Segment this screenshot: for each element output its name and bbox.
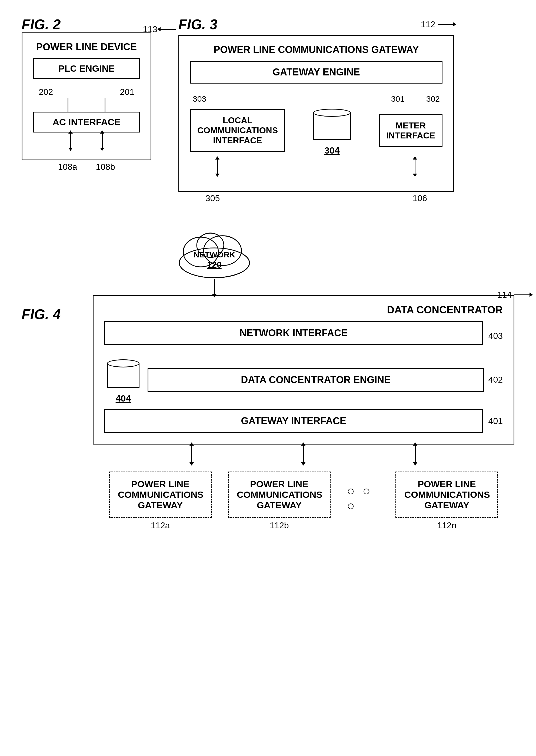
fig3-cylinder xyxy=(310,105,353,143)
fig4-arrow-gw2 xyxy=(303,444,304,464)
fig4-db-label: 404 xyxy=(116,393,131,404)
fig4-middle-row: 404 DATA CONCENTRATOR ENGINE 402 xyxy=(104,356,503,404)
fig3-db: 304 xyxy=(310,105,353,156)
fig4-gw3-box: POWER LINE COMMUNICATIONS GATEWAY xyxy=(395,471,498,518)
fig3-label: FIG. 3 xyxy=(179,16,217,32)
fig3-gateway-engine: GATEWAY ENGINE xyxy=(190,61,443,84)
fig3-arrow-305 xyxy=(217,158,218,175)
fig4-label: FIG. 4 xyxy=(22,306,60,322)
fig4-ref-401: 401 xyxy=(488,416,503,426)
fig3-ref-303: 303 xyxy=(193,94,206,104)
fig4-main-box: DATA CONCENTRATOR NETWORK INTERFACE 403 xyxy=(93,295,514,444)
fig3-ref-106: 106 xyxy=(413,193,427,203)
fig3-meter-line1: METER xyxy=(386,120,435,131)
fig2-title: POWER LINE DEVICE xyxy=(33,41,140,53)
fig4-gw1-line1: POWER LINE xyxy=(118,479,203,489)
fig4-arrow-gw1 xyxy=(191,444,192,464)
network-cloud: NETWORK 120 xyxy=(174,225,255,279)
fig4-gw1-box: POWER LINE COMMUNICATIONS GATEWAY xyxy=(109,471,212,518)
fig3-local-line3: INTERFACE xyxy=(197,135,278,146)
fig4-gw3-line3: GATEWAY xyxy=(404,500,489,510)
fig4-arrow-gw3 xyxy=(415,444,416,464)
fig2-label: FIG. 2 xyxy=(22,16,60,32)
fig4-section: FIG. 4 xyxy=(22,225,514,531)
fig4-ref-403: 403 xyxy=(488,331,503,341)
fig2-ref-201: 201 xyxy=(120,87,134,97)
fig3-meter-box: METER INTERFACE xyxy=(379,114,443,147)
fig3-ref-302: 302 xyxy=(426,94,440,104)
fig3-local-comm-box: LOCAL COMMUNICATIONS INTERFACE xyxy=(190,109,285,152)
page: FIG. 2 113 POWER LINE DEVICE PLC ENGINE … xyxy=(0,0,536,756)
fig3-ref-112: 112 xyxy=(421,19,435,29)
fig4-gw3-line1: POWER LINE xyxy=(404,479,489,489)
fig4-gw1-ref: 112a xyxy=(151,521,170,531)
fig2-plc-engine: PLC ENGINE xyxy=(33,58,140,79)
fig3-meter-line2: INTERFACE xyxy=(386,131,435,141)
fig4-gw2-box: POWER LINE COMMUNICATIONS GATEWAY xyxy=(228,471,331,518)
fig3-cylinder-top xyxy=(313,109,351,117)
fig2-outer-box: POWER LINE DEVICE PLC ENGINE 202 201 A xyxy=(22,32,151,160)
fig4-gw3-line2: COMMUNICATIONS xyxy=(404,489,489,500)
fig4-gateways-row: POWER LINE COMMUNICATIONS GATEWAY 112a P… xyxy=(93,471,514,531)
fig3-db-label: 304 xyxy=(324,145,340,156)
fig4-gw3-ref: 112n xyxy=(437,521,456,531)
fig4-gw1-line2: COMMUNICATIONS xyxy=(118,489,203,500)
svg-text:NETWORK: NETWORK xyxy=(193,250,235,259)
fig4-dc-engine: DATA CONCENTRATOR ENGINE xyxy=(148,368,484,392)
fig3-ref-305: 305 xyxy=(205,193,220,203)
svg-text:120: 120 xyxy=(207,260,221,270)
fig2-ac-interface: AC INTERFACE xyxy=(33,112,140,132)
fig4-ref-114-arrow xyxy=(514,294,531,295)
fig2-connector-left xyxy=(70,132,71,149)
fig4-ref-402: 402 xyxy=(488,375,503,385)
fig4-dc-title: DATA CONCENTRATOR xyxy=(104,304,503,316)
fig3-outer-title: POWER LINE COMMUNICATIONS GATEWAY xyxy=(190,44,443,55)
fig4-dots: ○ ○ ○ xyxy=(347,483,379,513)
fig4-gateway-interface: GATEWAY INTERFACE xyxy=(104,409,483,433)
fig4-gw2-line1: POWER LINE xyxy=(237,479,322,489)
top-section: FIG. 2 113 POWER LINE DEVICE PLC ENGINE … xyxy=(22,16,514,203)
fig3-local-comm: LOCAL COMMUNICATIONS INTERFACE xyxy=(190,109,285,152)
fig3-outer-box: POWER LINE COMMUNICATIONS GATEWAY GATEWA… xyxy=(179,35,454,192)
fig4-gw2-line2: COMMUNICATIONS xyxy=(237,489,322,500)
fig4-cylinder-top xyxy=(107,359,140,367)
fig3-bottom-row: LOCAL COMMUNICATIONS INTERFACE 304 xyxy=(190,105,443,156)
fig3-meter-interface: METER INTERFACE xyxy=(379,114,443,147)
fig3-ref-arrow xyxy=(438,24,454,25)
fig4-gw2-ref: 112b xyxy=(270,521,289,531)
fig4-network-interface: NETWORK INTERFACE xyxy=(104,321,483,345)
fig3-area: FIG. 3 112 POWER LINE COMMUNICATIONS GAT… xyxy=(179,16,514,203)
fig2-ref-202: 202 xyxy=(39,87,53,97)
fig3-arrow-106 xyxy=(415,158,416,175)
fig3-local-line1: LOCAL xyxy=(197,116,278,125)
fig4-cylinder xyxy=(104,356,142,391)
fig3-ref-301: 301 xyxy=(391,94,405,104)
fig2-area: FIG. 2 113 POWER LINE DEVICE PLC ENGINE … xyxy=(22,16,151,172)
fig3-local-line2: COMMUNICATIONS xyxy=(197,125,278,135)
fig2-connector-right xyxy=(102,132,103,149)
fig4-gw2-line3: GATEWAY xyxy=(237,500,322,510)
fig4-gw1-line3: GATEWAY xyxy=(118,500,203,510)
fig2-ref-108a: 108a xyxy=(58,162,77,172)
fig2-ref-108b: 108b xyxy=(96,162,115,172)
fig3-cylinder-body xyxy=(313,113,351,140)
